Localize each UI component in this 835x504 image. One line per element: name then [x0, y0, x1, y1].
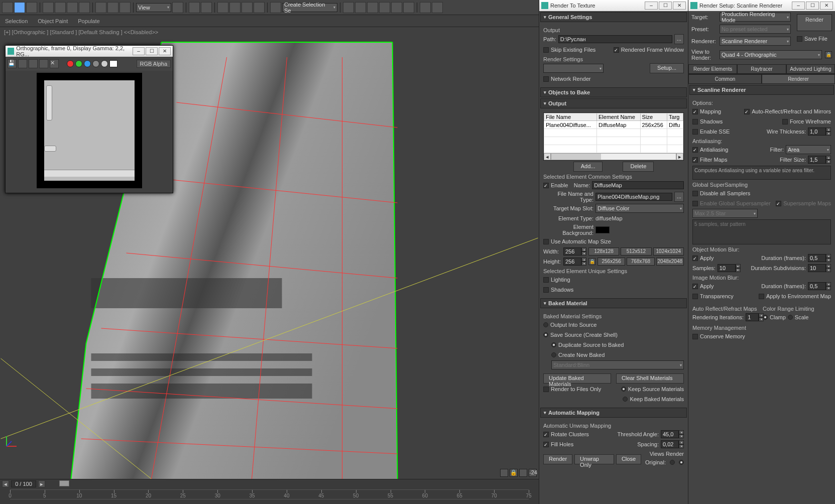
- filter-dropdown[interactable]: Area: [786, 145, 831, 154]
- scroll-right-icon[interactable]: ▸: [676, 153, 683, 160]
- size-256-button[interactable]: 256x256: [598, 258, 625, 266]
- timeline-next-key-icon[interactable]: ▸: [38, 480, 45, 487]
- select-name-icon[interactable]: [55, 2, 66, 13]
- named-sel-icon[interactable]: [270, 2, 281, 13]
- keep-baked-radio[interactable]: [623, 397, 628, 402]
- close-button[interactable]: Close: [616, 454, 641, 464]
- original-render-radio[interactable]: [679, 460, 684, 465]
- timeline-slider[interactable]: [59, 480, 69, 486]
- apply-env-checkbox[interactable]: [759, 294, 764, 299]
- cursor-icon[interactable]: [43, 2, 54, 13]
- tab-render-elements[interactable]: Render Elements: [688, 64, 737, 74]
- render-main-button[interactable]: Render: [797, 14, 832, 31]
- target-map-slot-dropdown[interactable]: Diffuse Color: [595, 204, 684, 213]
- th-file-name[interactable]: File Name: [544, 113, 597, 121]
- clear-shell-button[interactable]: Clear Shell Materials: [616, 373, 684, 384]
- auto-map-size-checkbox[interactable]: [543, 239, 549, 244]
- percent-snap-icon[interactable]: [242, 2, 253, 13]
- rollout-baked-material[interactable]: Baked Material: [540, 298, 687, 308]
- force-wire-checkbox[interactable]: [782, 119, 788, 124]
- file-browse-button[interactable]: ...: [674, 192, 684, 202]
- keymode-icon[interactable]: [201, 2, 212, 13]
- maximize-icon[interactable]: ☐: [146, 47, 158, 55]
- copy-image-icon[interactable]: [18, 59, 27, 68]
- selbracket-icon[interactable]: [519, 469, 527, 477]
- duration-subdiv-spinner[interactable]: ▴▾: [808, 264, 831, 272]
- scroll-left-icon[interactable]: ◂: [544, 153, 551, 160]
- print-icon[interactable]: [39, 59, 48, 68]
- named-selection-dropdown[interactable]: Create Selection Se: [282, 3, 337, 12]
- width-spinner[interactable]: ▴▾: [563, 247, 586, 256]
- frame-buffer-titlebar[interactable]: Orthographic, frame 0, Display Gamma: 2,…: [6, 46, 173, 57]
- scale-icon[interactable]: [120, 2, 131, 13]
- keep-source-radio[interactable]: [621, 387, 626, 392]
- save-image-icon[interactable]: 💾: [8, 59, 17, 68]
- samples-spinner[interactable]: ▴▾: [718, 264, 741, 272]
- th-element-name[interactable]: Element Name: [597, 113, 641, 121]
- rollout-general-settings[interactable]: General Settings: [540, 12, 687, 22]
- imb-apply-checkbox[interactable]: [692, 284, 698, 289]
- rotate-icon[interactable]: [107, 2, 118, 13]
- ribbon-populate[interactable]: Populate: [78, 18, 99, 24]
- table-row[interactable]: Plane004Diffuse...DiffuseMap256x256Diffu: [544, 121, 683, 129]
- rollout-output[interactable]: Output: [540, 98, 687, 108]
- skip-existing-checkbox[interactable]: [543, 47, 549, 53]
- mapping-checkbox[interactable]: [692, 109, 698, 114]
- undo-icon[interactable]: [2, 2, 13, 13]
- rendering-iter-spinner[interactable]: ▴▾: [746, 313, 764, 321]
- close-icon[interactable]: ✕: [673, 2, 686, 10]
- create-new-radio[interactable]: [551, 352, 556, 357]
- clear-icon[interactable]: ✕: [50, 59, 59, 68]
- lighting-checkbox[interactable]: [543, 277, 549, 283]
- maximize-icon[interactable]: ☐: [659, 2, 672, 10]
- threshold-angle-spinner[interactable]: ▴▾: [661, 430, 684, 438]
- snap-icon[interactable]: [217, 2, 228, 13]
- enable-global-ss-checkbox[interactable]: [692, 201, 698, 206]
- output-table[interactable]: File Name Element Name Size Targ Plane00…: [543, 112, 684, 161]
- spacing-spinner[interactable]: ▴▾: [661, 440, 684, 448]
- blue-channel-icon[interactable]: [84, 60, 91, 67]
- update-baked-button[interactable]: Update Baked Materials: [543, 373, 611, 384]
- tab-advanced-lighting[interactable]: Advanced Lighting: [786, 64, 835, 74]
- rendered-frame-window-checkbox[interactable]: [614, 47, 619, 53]
- rotate-clusters-checkbox[interactable]: [543, 432, 549, 437]
- ref-coord-dropdown[interactable]: View: [136, 3, 171, 12]
- fill-holes-checkbox[interactable]: [543, 442, 549, 447]
- select-region-icon[interactable]: [67, 2, 78, 13]
- tab-common[interactable]: Common: [688, 74, 762, 84]
- table-hscroll[interactable]: ◂ ▸: [544, 153, 683, 160]
- wire-thickness-spinner[interactable]: ▴▾: [808, 128, 831, 136]
- size-128-button[interactable]: 128x128: [588, 247, 619, 256]
- renderer-dropdown[interactable]: Scanline Renderer: [720, 37, 791, 46]
- lock-icon[interactable]: 🔒: [510, 469, 518, 477]
- lock-aspect-icon[interactable]: 🔒: [588, 258, 595, 265]
- render-files-only-checkbox[interactable]: [543, 387, 549, 392]
- schematic-icon[interactable]: [403, 2, 414, 13]
- select-icon[interactable]: [14, 2, 25, 13]
- disable-samplers-checkbox[interactable]: [692, 191, 698, 196]
- scene-expl-icon[interactable]: [379, 2, 390, 13]
- th-target[interactable]: Targ: [667, 113, 683, 121]
- swatch-icon[interactable]: [109, 60, 117, 67]
- preset-dropdown[interactable]: No preset selected: [720, 25, 791, 34]
- file-name-type-input[interactable]: [595, 193, 672, 201]
- clamp-radio[interactable]: [763, 315, 768, 320]
- network-render-checkbox[interactable]: [543, 76, 549, 82]
- delete-button[interactable]: Delete: [623, 162, 654, 172]
- conserve-memory-checkbox[interactable]: [692, 334, 698, 339]
- close-icon[interactable]: ✕: [159, 47, 171, 55]
- minimize-icon[interactable]: –: [792, 2, 805, 10]
- green-channel-icon[interactable]: [75, 60, 82, 67]
- save-source-radio[interactable]: [543, 332, 548, 337]
- add-button[interactable]: Add...: [573, 162, 603, 172]
- render-settings-dropdown[interactable]: [543, 64, 604, 73]
- rollout-automatic-mapping[interactable]: Automatic Mapping: [540, 408, 687, 418]
- rs-titlebar[interactable]: Render Setup: Scanline Renderer – ☐ ✕: [688, 0, 835, 11]
- omb-duration-spinner[interactable]: ▴▾: [808, 254, 831, 262]
- manip-icon[interactable]: [189, 2, 200, 13]
- filter-size-spinner[interactable]: ▴▾: [808, 156, 831, 164]
- align-icon[interactable]: [355, 2, 366, 13]
- path-input[interactable]: [558, 35, 672, 43]
- target-dropdown[interactable]: Production Rendering Mode: [720, 13, 791, 22]
- save-file-checkbox[interactable]: [797, 36, 802, 42]
